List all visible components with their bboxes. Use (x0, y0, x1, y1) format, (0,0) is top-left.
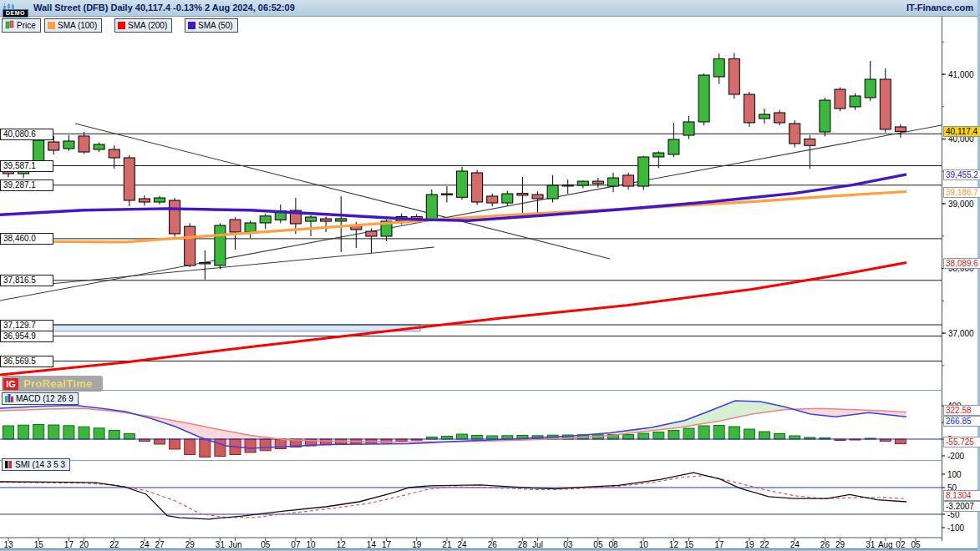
candle-down (774, 113, 785, 123)
svg-text:24: 24 (140, 540, 150, 549)
legend-sma200-button[interactable]: SMA (200) (114, 18, 172, 33)
svg-text:39,000: 39,000 (948, 200, 974, 209)
candle-up (865, 79, 876, 98)
svg-text:10: 10 (306, 540, 316, 549)
price-level-label: 40,080.6 (0, 129, 53, 140)
candle-down (170, 200, 180, 234)
macd-histogram-bar (729, 427, 739, 439)
macd-histogram-bar (713, 426, 724, 440)
sma200-line (0, 263, 906, 375)
svg-text:13: 13 (3, 540, 13, 549)
macd-histogram-bar (683, 428, 694, 439)
svg-text:-200: -200 (947, 452, 964, 461)
candle-up (306, 217, 317, 221)
smi-indicator-button[interactable]: SMI (14 3 5 3 (2, 458, 70, 471)
candle-up (336, 219, 347, 221)
legend-sma100-button[interactable]: SMA (100) (44, 18, 102, 33)
svg-text:05: 05 (261, 540, 271, 549)
svg-text:100: 100 (947, 470, 962, 479)
indicator-value-label: 39,455.2 (943, 169, 980, 180)
candle-down (790, 124, 800, 144)
ig-logo: IG (3, 378, 18, 390)
macd-label: MACD (12 26 9 (16, 394, 74, 403)
sma50-line (0, 174, 906, 220)
svg-text:12: 12 (669, 540, 679, 549)
svg-text:19: 19 (412, 540, 422, 549)
smi-label: SMI (14 3 5 3 (15, 460, 65, 469)
macd-indicator-button[interactable]: MACD (12 26 9 (2, 392, 79, 405)
svg-text:21: 21 (442, 540, 452, 549)
chart-canvas: 131517202224272931Jun0507101214171921242… (0, 0, 980, 551)
svg-text:24: 24 (457, 540, 467, 549)
svg-text:41,000: 41,000 (948, 70, 974, 79)
macd-histogram-bar (48, 425, 59, 439)
svg-text:15: 15 (34, 540, 44, 549)
candle-down (805, 139, 815, 146)
smi-value-label: 8.1304 (943, 490, 980, 501)
legend-price-button[interactable]: Price (2, 18, 41, 33)
svg-text:08: 08 (608, 540, 618, 549)
prorealtime-logo: ProRealTime (23, 377, 93, 390)
candle-up (94, 144, 104, 149)
smi-icon (5, 460, 13, 470)
price-level-label: 36,569.5 (0, 356, 53, 367)
candle-down (230, 220, 241, 232)
candle-up (820, 100, 830, 132)
candle-down (487, 196, 498, 203)
svg-text:14: 14 (367, 540, 377, 549)
macd-histogram-bar (457, 434, 468, 439)
candle-up (562, 185, 573, 186)
candle-up (155, 198, 165, 202)
candle-down (532, 195, 543, 199)
price-axis: 41,00040,00039,00038,00037,0004002000-20… (942, 42, 974, 532)
candle-up (63, 141, 74, 149)
price-level-label: 39,287.1 (0, 179, 53, 191)
legend-sma200-label: SMA (200) (128, 21, 167, 30)
svg-text:37,000: 37,000 (948, 329, 974, 338)
svg-text:26: 26 (488, 540, 498, 549)
svg-text:17: 17 (64, 540, 74, 549)
macd-histogram-bar (668, 431, 679, 440)
macd-histogram-bar (623, 435, 634, 440)
macd-value-label: 266.85 (943, 416, 980, 427)
candle-down (124, 158, 135, 200)
indicator-value-label: 39,186.7 (943, 187, 980, 198)
candle-down (880, 79, 891, 129)
indicator-value-label: 38,089.6 (943, 258, 980, 269)
sma200-swatch-icon (118, 22, 125, 29)
price-level-label: 36,954.9 (0, 331, 53, 342)
candle-up (547, 185, 558, 199)
candle-up (698, 75, 709, 122)
svg-text:12: 12 (337, 540, 347, 549)
svg-text:05: 05 (593, 540, 603, 549)
legend-sma50-button[interactable]: SMA (50) (185, 18, 238, 33)
candle-up (441, 194, 452, 195)
svg-text:31: 31 (216, 540, 226, 549)
candle-down (835, 89, 845, 109)
candle-up (245, 223, 256, 232)
price-panel (0, 53, 942, 375)
legend-sma50-label: SMA (50) (198, 21, 233, 30)
candle-up (260, 216, 271, 223)
smi-panel (0, 473, 942, 519)
candle-down (744, 94, 754, 123)
macd-histogram-bar (215, 439, 226, 457)
candle-down (139, 199, 150, 202)
candle-up (457, 171, 468, 197)
candle-down (200, 263, 211, 264)
svg-text:26: 26 (820, 540, 830, 549)
candle-up (577, 181, 588, 185)
price-level-label: 37,129.7 (0, 320, 53, 331)
svg-text:15: 15 (684, 540, 694, 549)
candle-down (895, 127, 906, 132)
macd-value-label: -55.725 (943, 437, 980, 447)
svg-text:Jun: Jun (228, 540, 241, 549)
macd-histogram-bar (18, 425, 29, 439)
sma100-swatch-icon (48, 22, 55, 29)
macd-value-label: 322.58 (943, 405, 980, 416)
macd-histogram-bar (94, 428, 104, 439)
price-level-label: 38,460.0 (0, 233, 53, 245)
macd-histogram-bar (170, 439, 180, 449)
svg-text:Aug: Aug (878, 540, 893, 549)
candle-up (426, 195, 437, 220)
